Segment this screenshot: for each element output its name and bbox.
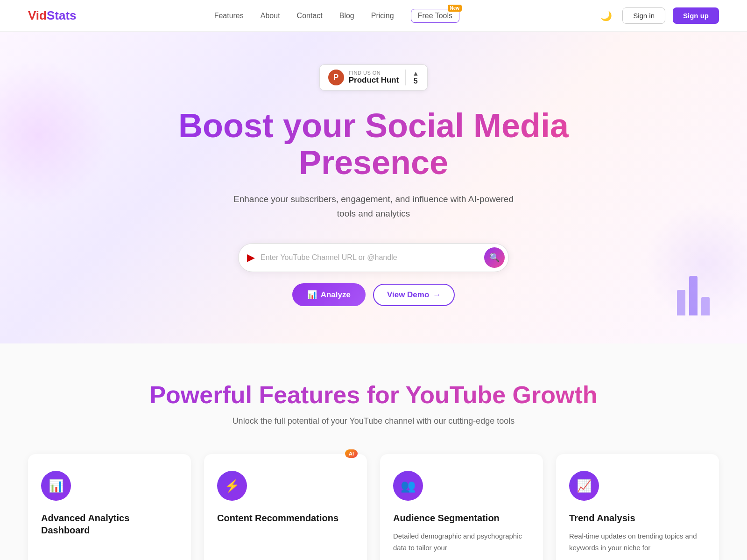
audience-icon: 👥 [393, 471, 423, 501]
bar-3 [701, 297, 710, 315]
analyze-icon: 📊 [307, 290, 317, 300]
decorative-bar-chart [677, 276, 710, 315]
feature-card-content: AI ⚡ Content Recommendations [204, 454, 367, 560]
product-hunt-text: FIND US ON Product Hunt [349, 70, 399, 85]
bar-1 [677, 290, 685, 315]
features-grid: 📊 Advanced Analytics Dashboard AI ⚡ Cont… [28, 454, 719, 560]
product-hunt-badge[interactable]: P FIND US ON Product Hunt ▲ 5 [319, 64, 428, 91]
nav-about[interactable]: About [261, 12, 280, 20]
feature-card-audience: 👥 Audience Segmentation Detailed demogra… [380, 454, 543, 560]
logo-vid: Vid [28, 8, 47, 22]
nav-links: Features About Contact Blog Pricing Free… [214, 9, 459, 23]
hero-subtitle: Enhance your subscribers, engagement, an… [233, 192, 514, 221]
navbar: VidStats Features About Contact Blog Pri… [0, 0, 747, 32]
search-button[interactable]: 🔍 [484, 247, 505, 268]
nav-features[interactable]: Features [214, 12, 244, 20]
hero-cta: 📊 Analyze View Demo → [292, 283, 455, 306]
hero-section: P FIND US ON Product Hunt ▲ 5 Boost your… [0, 32, 747, 343]
upvote-arrow-icon: ▲ [412, 70, 419, 77]
nav-free-tools-label: Free Tools [418, 12, 452, 20]
product-hunt-icon: P [328, 70, 344, 85]
search-icon: 🔍 [489, 252, 500, 263]
logo-stats: Stats [47, 8, 77, 22]
feature-card-analytics: 📊 Advanced Analytics Dashboard [28, 454, 191, 560]
logo[interactable]: VidStats [28, 8, 77, 23]
new-badge: New [448, 5, 462, 12]
features-header: Powerful Features for YouTube Growth Unl… [28, 381, 719, 426]
arrow-right-icon: → [433, 290, 441, 300]
vote-count: 5 [414, 77, 418, 85]
trend-icon: 📈 [569, 471, 599, 501]
view-demo-button[interactable]: View Demo → [373, 284, 455, 306]
content-icon: ⚡ [217, 471, 247, 501]
bar-2 [689, 276, 698, 315]
hero-title-line1: Boost your Social Media [178, 107, 569, 144]
nav-contact[interactable]: Contact [297, 12, 323, 20]
channel-search-input[interactable] [261, 253, 484, 262]
product-hunt-name: Product Hunt [349, 76, 399, 85]
ai-badge: AI [345, 449, 358, 458]
analyze-button[interactable]: 📊 Analyze [292, 283, 366, 306]
view-demo-label: View Demo [387, 290, 429, 300]
analytics-title: Advanced Analytics Dashboard [41, 512, 178, 536]
content-title: Content Recommendations [217, 512, 354, 524]
product-hunt-votes: ▲ 5 [405, 70, 419, 85]
hero-title-line2: Presence [299, 144, 448, 181]
find-us-label: FIND US ON [349, 70, 381, 76]
signin-button[interactable]: Sign in [622, 7, 665, 24]
features-section: Powerful Features for YouTube Growth Unl… [0, 343, 747, 560]
trend-description: Real-time updates on trending topics and… [569, 531, 706, 554]
analytics-icon: 📊 [41, 471, 71, 501]
nav-right: 🌙 Sign in Sign up [597, 7, 719, 25]
feature-card-trend: 📈 Trend Analysis Real-time updates on tr… [556, 454, 719, 560]
features-subtitle: Unlock the full potential of your YouTub… [28, 416, 719, 426]
nav-blog[interactable]: Blog [339, 12, 354, 20]
hero-title: Boost your Social Media Presence [178, 107, 569, 181]
nav-pricing[interactable]: Pricing [371, 12, 394, 20]
analyze-label: Analyze [321, 290, 351, 300]
audience-title: Audience Segmentation [393, 512, 530, 524]
signup-button[interactable]: Sign up [673, 7, 719, 24]
search-bar: ▶ 🔍 [238, 243, 509, 272]
nav-free-tools[interactable]: Free Tools New [411, 9, 459, 23]
dark-mode-toggle[interactable]: 🌙 [597, 7, 615, 25]
trend-title: Trend Analysis [569, 512, 706, 524]
audience-description: Detailed demographic and psychographic d… [393, 531, 530, 554]
youtube-icon: ▶ [247, 252, 255, 264]
features-title: Powerful Features for YouTube Growth [28, 381, 719, 409]
